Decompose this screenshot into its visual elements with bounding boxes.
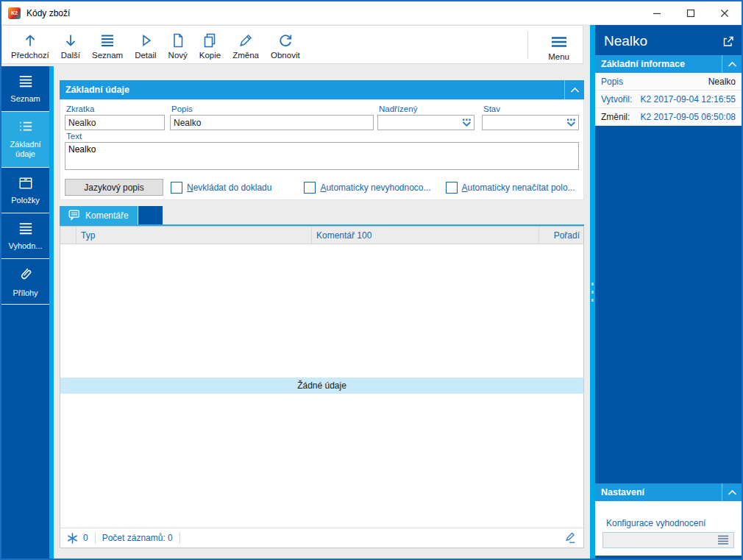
app-window: K2 Kódy zboží Předchozí Další xyxy=(0,0,743,560)
checkbox-label: Automaticky nenačítat polo... xyxy=(462,182,575,193)
checkbox-icon xyxy=(171,182,182,194)
section-header-nastaveni: Nastavení xyxy=(595,483,742,501)
section-header-zakladni-informace: Základní informace xyxy=(595,55,742,73)
menu-icon xyxy=(550,32,569,52)
arrow-up-icon xyxy=(21,31,39,50)
table-header-marker-column[interactable] xyxy=(60,227,77,244)
field-label-nadrizeny: Nadřízený xyxy=(379,104,474,113)
speech-bubble-icon xyxy=(68,210,80,221)
toolbar-button-label: Kopie xyxy=(199,51,221,60)
copy-button[interactable]: Kopie xyxy=(193,26,227,63)
toolbar: Předchozí Další Seznam Detail Nový xyxy=(1,25,583,64)
sidebar-item-zakladni-udaje[interactable]: Základní údaje xyxy=(1,112,49,168)
menu-button[interactable]: Menu xyxy=(542,27,575,65)
checkbox-nevkladat-do-dokladu[interactable]: Nevkládat do dokladu xyxy=(171,182,271,194)
sidebar-item-polozky[interactable]: Položky xyxy=(1,168,49,213)
collapse-chevron-icon[interactable] xyxy=(564,80,584,99)
splitter-grip-dot xyxy=(591,291,594,294)
detail-button[interactable]: Detail xyxy=(129,26,162,63)
open-in-new-window-icon[interactable] xyxy=(722,35,734,48)
box-icon xyxy=(18,176,34,193)
tab-secondary[interactable] xyxy=(138,206,163,224)
checkbox-automaticky-nenacitat[interactable]: Automaticky nenačítat polo... xyxy=(446,182,575,194)
sidebar-item-label: Základní údaje xyxy=(1,140,49,159)
k2-app-icon: K2 xyxy=(8,7,21,19)
table-header-row: Typ Komentář 100 Pořadí xyxy=(60,227,583,244)
jazykovy-popis-button[interactable]: Jazykový popis xyxy=(65,179,163,196)
arrow-down-icon xyxy=(62,31,79,50)
info-row-popis: Popis Nealko xyxy=(595,73,742,91)
toolbar-button-label: Detail xyxy=(135,51,156,60)
checkbox-icon xyxy=(446,182,458,194)
close-button[interactable] xyxy=(708,1,742,24)
previous-button[interactable]: Předchozí xyxy=(5,26,55,63)
stav-combo-input[interactable] xyxy=(482,115,579,130)
table-header-poradi[interactable]: Pořadí xyxy=(539,227,583,244)
sidebar-item-prilohy[interactable]: Přílohy xyxy=(1,259,49,305)
sidebar-item-label: Položky xyxy=(10,196,41,205)
config-label: Konfigurace vyhodnocení xyxy=(595,518,742,528)
section-header-zakladni-udaje: Základní údaje xyxy=(60,80,584,99)
sidebar-item-label: Vyhodn... xyxy=(7,241,43,251)
settings-content: Konfigurace vyhodnocení xyxy=(595,501,742,556)
sidebar-item-seznam[interactable]: Seznam xyxy=(1,66,49,112)
collapse-chevron-icon[interactable] xyxy=(722,55,742,73)
right-panel-spacer xyxy=(595,126,742,483)
combo-dropdown-icon[interactable] xyxy=(462,118,472,129)
pencil-icon xyxy=(237,31,255,50)
status-divider xyxy=(179,532,180,544)
checkbox-label: Nevkládat do dokladu xyxy=(187,182,271,193)
table-header-typ[interactable]: Typ xyxy=(77,227,312,244)
new-button[interactable]: Nový xyxy=(163,26,193,63)
minimize-button[interactable] xyxy=(640,1,674,24)
checkbox-icon xyxy=(304,182,316,194)
maximize-button[interactable] xyxy=(674,1,708,24)
paperclip-icon xyxy=(17,266,35,286)
collapse-chevron-icon[interactable] xyxy=(722,483,742,501)
main-content: Základní údaje Zkratka Popis Nadřízený xyxy=(55,65,590,559)
field-label-popis: Popis xyxy=(171,104,374,113)
list-icon xyxy=(99,31,116,50)
sidebar-item-vyhodnoceni[interactable]: Vyhodn... xyxy=(1,213,49,259)
toolbar-button-label: Změna xyxy=(232,51,259,60)
text-textarea[interactable]: Nealko xyxy=(65,142,579,170)
zkratka-input[interactable] xyxy=(65,115,165,130)
list-button[interactable]: Seznam xyxy=(86,26,129,63)
info-value: K2 2017-09-05 06:50:08 xyxy=(641,112,736,122)
section-title: Nastavení xyxy=(595,487,644,497)
document-icon xyxy=(169,31,187,50)
list-icon xyxy=(18,74,34,91)
toolbar-button-label: Seznam xyxy=(92,51,123,60)
konfigurace-vyhodnoceni-input[interactable] xyxy=(602,532,734,548)
table-body: Žádné údaje xyxy=(60,244,583,528)
section-title: Základní informace xyxy=(595,59,685,69)
table-header-komentar[interactable]: Komentář 100 xyxy=(312,227,539,244)
field-label-stav: Stav xyxy=(483,104,579,113)
refresh-button[interactable]: Obnovit xyxy=(265,26,306,63)
splitter-grip-dot xyxy=(591,299,594,302)
comments-tabbar: Komentáře xyxy=(60,206,163,224)
left-sidebar: Seznam Základní údaje Položky Vyhodn... … xyxy=(1,66,54,559)
toolbar-button-label: Menu xyxy=(548,52,569,61)
tab-komentare[interactable]: Komentáře xyxy=(60,206,138,224)
window-controls xyxy=(640,1,742,24)
hamburger-icon[interactable] xyxy=(717,535,730,545)
next-button[interactable]: Další xyxy=(55,26,86,63)
edit-pencil-icon[interactable] xyxy=(564,531,577,545)
flag-count: 0 xyxy=(83,533,88,543)
panel-splitter[interactable] xyxy=(590,25,595,559)
refresh-icon xyxy=(277,31,294,50)
checkbox-automaticky-nevyhodnocovat[interactable]: Automaticky nevyhodnoco... xyxy=(304,182,430,194)
form-body: Zkratka Popis Nadřízený xyxy=(60,99,584,200)
empty-data-row: Žádné údaje xyxy=(60,378,583,394)
toolbar-button-label: Nový xyxy=(168,51,188,60)
nadrizeny-combo-input[interactable] xyxy=(377,115,474,130)
info-value: K2 2017-09-04 12:16:55 xyxy=(641,94,736,104)
info-label: Popis xyxy=(601,77,623,87)
play-outline-icon xyxy=(137,31,154,50)
edit-button[interactable]: Změna xyxy=(227,26,265,63)
window-title: Kódy zboží xyxy=(26,8,70,18)
combo-dropdown-icon[interactable] xyxy=(566,118,576,129)
popis-input[interactable] xyxy=(170,115,374,130)
status-divider xyxy=(95,532,96,544)
